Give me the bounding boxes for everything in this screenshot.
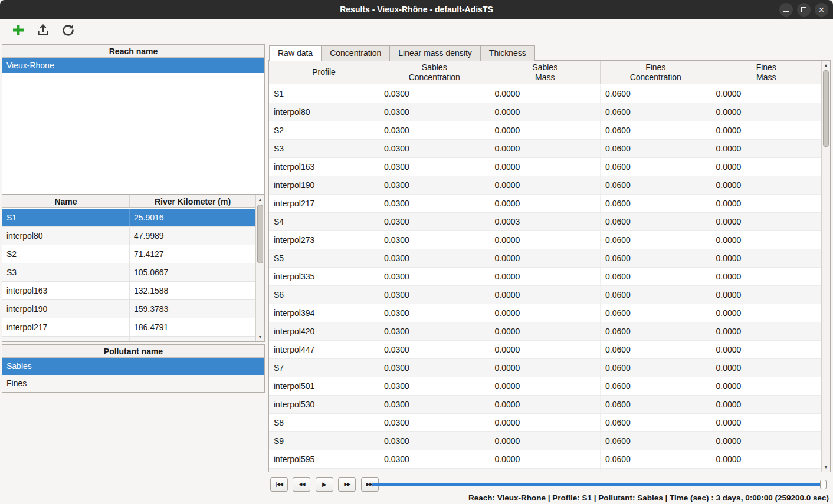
raw-header-sables-concentration[interactable]: Sables Concentration [379,61,490,84]
raw-table-cell: S4 [269,213,379,230]
raw-table-row[interactable]: interpol800.03000.00000.06000.0000 [269,103,821,121]
minimize-button[interactable] [779,3,793,17]
maximize-button[interactable] [797,3,811,17]
raw-table-cell: 0.0300 [379,195,490,212]
raw-table-cell: 0.0600 [600,176,711,194]
raw-table-cell: 0.0300 [379,176,490,194]
tab-thickness[interactable]: Thickness [480,45,535,61]
raw-table-row[interactable]: interpol3940.03000.00000.06000.0000 [269,304,821,322]
profile-row[interactable]: S4213.4089 [2,337,255,341]
profile-name-cell: S1 [2,209,129,226]
raw-table-row[interactable]: S100.03000.00000.06000.0000 [269,469,821,472]
raw-table-row[interactable]: S30.03000.00000.06000.0000 [269,140,821,158]
tab-linear-mass-density[interactable]: Linear mass density [389,45,481,61]
export-button[interactable] [34,22,52,40]
raw-table-cell: 0.0600 [600,140,711,157]
raw-table-row[interactable]: S10.03000.00000.06000.0000 [269,85,821,103]
profile-km-cell: 71.4127 [129,245,255,263]
raw-table-cell: 0.0000 [711,195,822,212]
profile-name-cell: interpol80 [2,227,129,245]
tab-raw-data[interactable]: Raw data [269,45,322,61]
raw-table-row[interactable]: S70.03000.00000.06000.0000 [269,359,821,377]
raw-header-sables-mass[interactable]: Sables Mass [490,61,601,84]
profiles-header-km[interactable]: River Kilometer (m) [129,195,255,207]
raw-table-row[interactable]: interpol2730.03000.00000.06000.0000 [269,231,821,249]
raw-table-cell: 0.0000 [711,121,822,139]
raw-table-cell: 0.0600 [600,322,711,340]
raw-table-cell: 0.0300 [379,304,490,322]
statusbar: Reach: Vieux-Rhone | Profile: S1 | Pollu… [0,492,833,504]
raw-table-cell: 0.0000 [490,85,601,103]
raw-table-cell: 0.0000 [711,158,822,176]
raw-table-scrollbar[interactable]: ▲ ▼ [821,61,830,472]
raw-table-row[interactable]: interpol5010.03000.00000.06000.0000 [269,377,821,396]
raw-header-fines-concentration[interactable]: Fines Concentration [600,61,711,84]
raw-table-row[interactable]: interpol5300.03000.00000.06000.0000 [269,396,821,414]
playback-controls: |◀◀ ◀◀ ▶ ▶▶ ▶▶| [270,477,828,493]
raw-table-row[interactable]: S40.03000.00030.06000.0000 [269,213,821,231]
slider-handle[interactable] [820,480,827,489]
profiles-table-body: S125.9016interpol8047.9989S271.4127S3105… [2,209,255,341]
scroll-up-icon[interactable]: ▲ [822,61,830,69]
go-first-button[interactable]: |◀◀ [270,477,288,492]
results-tabs: Raw data Concentration Linear mass densi… [269,45,534,61]
raw-header-profile[interactable]: Profile [269,61,379,84]
raw-table-cell: 0.0600 [600,195,711,212]
scroll-up-icon[interactable]: ▲ [256,196,264,203]
raw-table-row[interactable]: interpol2170.03000.00000.06000.0000 [269,195,821,213]
reach-row[interactable]: Vieux-Rhone [2,58,264,73]
refresh-button[interactable] [59,22,77,40]
close-button[interactable]: × [815,3,828,17]
profiles-scrollbar[interactable]: ▲ ▼ [255,195,264,341]
raw-table-row[interactable]: interpol4200.03000.00000.06000.0000 [269,322,821,341]
pollutant-row-sables[interactable]: Sables [2,358,264,375]
toolbar [0,19,833,42]
play-button[interactable]: ▶ [316,477,333,492]
scroll-down-icon[interactable]: ▼ [822,463,830,471]
raw-header-fines-mass[interactable]: Fines Mass [711,61,822,84]
raw-table-cell: interpol335 [269,268,379,285]
scrollbar-thumb[interactable] [257,205,263,263]
profile-row[interactable]: S3105.0667 [2,263,255,282]
profile-name-cell: interpol217 [2,318,129,336]
raw-table-row[interactable]: interpol3350.03000.00000.06000.0000 [269,268,821,286]
profile-row[interactable]: interpol190159.3783 [2,300,255,318]
raw-table-row[interactable]: S80.03000.00000.06000.0000 [269,414,821,432]
raw-table-cell: 0.0000 [711,231,822,249]
profile-row[interactable]: interpol163132.1588 [2,282,255,300]
raw-table-cell: 0.0600 [600,450,711,468]
tab-concentration[interactable]: Concentration [321,45,390,61]
scrollbar-thumb[interactable] [823,70,829,147]
minimize-icon [783,11,789,12]
raw-table-row[interactable]: interpol1900.03000.00000.06000.0000 [269,176,821,195]
raw-table-row[interactable]: interpol4470.03000.00000.06000.0000 [269,341,821,359]
time-slider[interactable] [372,480,827,489]
raw-table-cell: 0.0300 [379,213,490,230]
raw-table-cell: S8 [269,414,379,431]
profiles-header-name[interactable]: Name [2,195,129,207]
raw-table-cell: 0.0000 [490,359,601,377]
raw-table-cell: 0.0000 [490,414,601,431]
profile-row[interactable]: interpol217186.4791 [2,318,255,337]
raw-table-row[interactable]: S20.03000.00000.06000.0000 [269,121,821,140]
raw-table-cell: 0.0000 [711,213,822,230]
add-button[interactable] [9,22,27,40]
step-forward-button[interactable]: ▶▶ [338,477,356,492]
profile-row[interactable]: S125.9016 [2,209,255,227]
pollutant-row-fines[interactable]: Fines [2,375,264,392]
raw-table-row[interactable]: interpol5950.03000.00000.06000.0000 [269,450,821,469]
profile-name-cell: S3 [2,263,129,281]
profiles-table-header: Name River Kilometer (m) [2,195,255,208]
slider-groove[interactable] [372,483,827,486]
raw-table-row[interactable]: S60.03000.00000.06000.0000 [269,286,821,304]
raw-table-cell: interpol595 [269,450,379,468]
scroll-down-icon[interactable]: ▼ [256,333,264,341]
raw-table-row[interactable]: interpol1630.03000.00000.06000.0000 [269,158,821,176]
left-panel: Reach name Vieux-Rhone Name River Kilome… [2,42,265,504]
raw-table-cell: interpol163 [269,158,379,176]
profile-row[interactable]: S271.4127 [2,245,255,263]
raw-table-row[interactable]: S50.03000.00000.06000.0000 [269,249,821,268]
step-back-button[interactable]: ◀◀ [293,477,310,492]
raw-table-row[interactable]: S90.03000.00000.06000.0000 [269,432,821,450]
profile-row[interactable]: interpol8047.9989 [2,227,255,245]
